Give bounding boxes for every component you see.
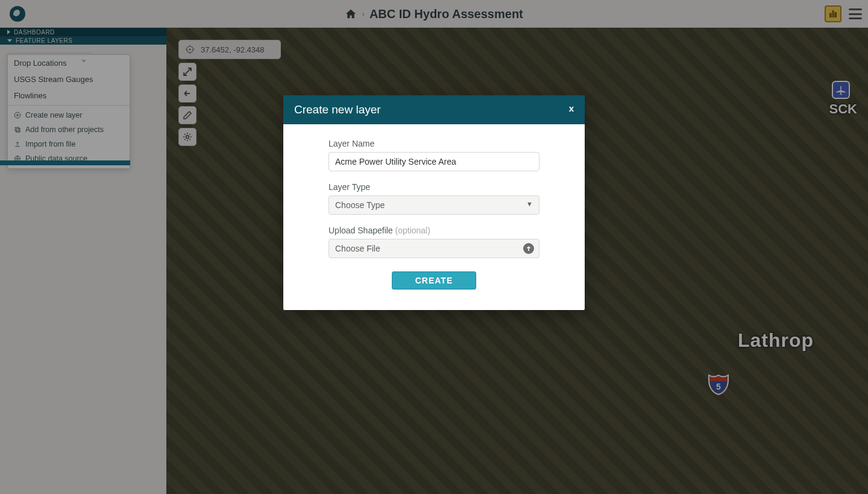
file-input[interactable]: Choose File (329, 239, 539, 258)
upload-circle-icon (523, 243, 534, 254)
layer-name-input[interactable] (329, 152, 539, 171)
layer-type-select[interactable]: Choose Type (329, 195, 539, 215)
modal-header: Create new layer x (283, 95, 585, 124)
layer-type-label: Layer Type (329, 182, 539, 192)
modal-body: Layer Name Layer Type Choose Type Upload… (283, 124, 585, 310)
close-button[interactable]: x (569, 103, 574, 113)
select-placeholder: Choose Type (335, 200, 385, 210)
create-button[interactable]: CREATE (392, 271, 476, 290)
create-layer-modal: Create new layer x Layer Name Layer Type… (283, 95, 585, 310)
layer-name-label: Layer Name (329, 139, 539, 148)
modal-title: Create new layer (294, 103, 381, 116)
upload-shapefile-label: Upload Shapefile (optional) (329, 226, 539, 235)
file-placeholder: Choose File (335, 244, 380, 253)
